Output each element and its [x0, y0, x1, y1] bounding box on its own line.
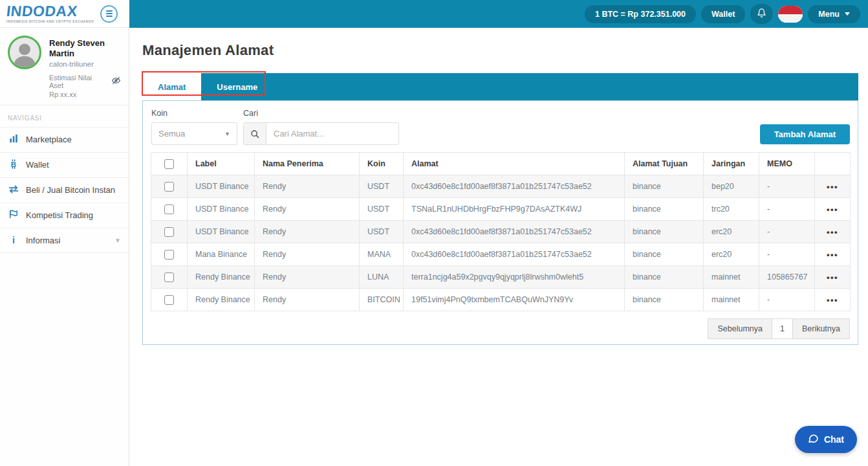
row-actions-button[interactable]: •••	[827, 250, 838, 260]
cell-label: USDT Binance	[188, 198, 255, 221]
chevron-down-icon: ▼	[114, 237, 121, 244]
col-alamat-tujuan: Alamat Tujuan	[625, 153, 704, 175]
tab-alamat[interactable]: Alamat	[142, 73, 201, 100]
pagination-next-button[interactable]: Berikutnya	[793, 318, 850, 339]
cell-label: USDT Binance	[188, 175, 255, 198]
row-checkbox[interactable]	[164, 250, 174, 260]
row-actions-button[interactable]: •••	[827, 227, 838, 237]
cell-alamat: 0xc43d60e8c1fd00aef8f3871a01b251747c53ae…	[404, 175, 625, 198]
cari-filter-label: Cari	[243, 109, 399, 118]
row-checkbox[interactable]	[164, 205, 174, 214]
chat-bubble-icon	[808, 433, 819, 446]
sidebar-item-kompetisi-trading[interactable]: Kompetisi Trading	[0, 203, 129, 228]
cell-jaringan: trc20	[704, 198, 759, 221]
cell-alamat-tujuan: binance	[625, 175, 704, 198]
cell-label: Mana Binance	[188, 243, 255, 266]
row-checkbox[interactable]	[164, 227, 174, 237]
chevron-down-icon	[845, 12, 850, 16]
cell-label: Rendy Binance	[188, 289, 255, 311]
address-table-body: USDT Binance Rendy USDT 0xc43d60e8c1fd00…	[151, 175, 851, 311]
cell-jaringan: erc20	[704, 221, 759, 243]
sidebar-item-label: Informasi	[26, 236, 108, 245]
bitcoin-icon: B	[8, 159, 19, 171]
select-all-checkbox[interactable]	[164, 159, 174, 169]
cell-memo: -	[759, 289, 815, 311]
row-checkbox[interactable]	[164, 182, 174, 192]
search-icon	[244, 123, 266, 144]
sidebar: Rendy Steven Martin calon-triliuner Esti…	[0, 28, 129, 466]
user-profile-card: Rendy Steven Martin calon-triliuner Esti…	[0, 28, 129, 105]
sidebar-item-marketplace[interactable]: Marketplace	[0, 127, 129, 152]
pagination: Sebelumnya 1 Berikutnya	[151, 318, 850, 339]
flag-red-stripe	[778, 6, 803, 14]
notifications-button[interactable]	[750, 4, 773, 24]
logo-tagline: INDONESIA BITCOIN AND CRYPTO EXCHANGE	[6, 20, 94, 23]
flag-white-stripe	[778, 14, 803, 23]
indodax-logo[interactable]: INDODAX INDONESIA BITCOIN AND CRYPTO EXC…	[6, 4, 94, 23]
col-memo: MEMO	[759, 153, 815, 175]
cell-label: Rendy Binance	[188, 266, 255, 289]
cell-koin: USDT	[360, 198, 404, 221]
col-jaringan: Jaringan	[704, 153, 759, 175]
pagination-page-1[interactable]: 1	[772, 318, 793, 339]
avatar	[8, 36, 41, 69]
sidebar-item-wallet[interactable]: B Wallet	[0, 152, 129, 177]
cell-memo: -	[759, 198, 815, 221]
hamburger-icon	[106, 10, 113, 12]
cell-jaringan: erc20	[704, 243, 759, 266]
table-row: USDT Binance Rendy USDT TSNaLR1nUHDbHrgF…	[151, 198, 851, 221]
cell-jaringan: mainnet	[704, 289, 759, 311]
flag-icon	[8, 210, 19, 221]
col-alamat: Alamat	[404, 153, 625, 175]
tab-username[interactable]: Username	[201, 73, 273, 100]
cell-alamat: 19f51vimj4PnQ9txmbemTCABQuWnJYN9Yv	[404, 289, 625, 311]
cell-alamat-tujuan: binance	[625, 243, 704, 266]
cell-nama-penerima: Rendy	[255, 243, 360, 266]
add-address-button[interactable]: Tambah Alamat	[760, 124, 850, 144]
cell-koin: USDT	[360, 175, 404, 198]
asset-estimate-label: Estimasi Nilai Aset	[49, 74, 107, 89]
chart-icon	[8, 134, 19, 145]
cell-alamat: terra1ncjg4a59x2pgvqy9qjyqprlj8lrwshm0wl…	[404, 266, 625, 289]
table-row: Rendy Binance Rendy BITCOIN 19f51vimj4Pn…	[151, 289, 851, 311]
search-input[interactable]	[266, 123, 398, 144]
language-flag-indonesia[interactable]	[778, 6, 803, 23]
wallet-button[interactable]: Wallet	[701, 5, 745, 23]
cell-memo: 105865767	[759, 266, 815, 289]
cell-koin: MANA	[360, 243, 404, 266]
svg-text:B: B	[11, 159, 16, 168]
eye-slash-icon[interactable]	[111, 76, 121, 86]
sidebar-toggle-button[interactable]	[100, 5, 118, 23]
cell-alamat-tujuan: binance	[625, 289, 704, 311]
menu-dropdown-button[interactable]: Menu	[808, 5, 860, 23]
cell-koin: LUNA	[360, 266, 404, 289]
sidebar-item-label: Marketplace	[26, 135, 121, 144]
koin-select[interactable]: Semua ▼	[151, 122, 237, 145]
cell-jaringan: mainnet	[704, 266, 759, 289]
row-actions-button[interactable]: •••	[827, 182, 838, 192]
pagination-prev-button[interactable]: Sebelumnya	[708, 318, 772, 339]
sidebar-item-label: Wallet	[26, 160, 121, 170]
cell-jaringan: bep20	[704, 175, 759, 198]
user-handle: calon-triliuner	[49, 60, 121, 68]
col-label: Label	[188, 153, 255, 175]
row-actions-button[interactable]: •••	[827, 205, 838, 214]
row-checkbox[interactable]	[164, 295, 174, 305]
sidebar-item-informasi[interactable]: i Informasi ▼	[0, 228, 129, 253]
row-actions-button[interactable]: •••	[827, 272, 838, 282]
sidebar-item-label: Beli / Jual Bitcoin Instan	[26, 185, 121, 195]
user-name: Rendy Steven Martin	[49, 38, 117, 60]
chat-button[interactable]: Chat	[795, 426, 857, 453]
btc-price-ticker[interactable]: 1 BTC = Rp 372.351.000	[585, 5, 696, 23]
logo-box: INDODAX INDONESIA BITCOIN AND CRYPTO EXC…	[0, 0, 129, 28]
main-content: Manajemen Alamat Alamat Username Koin Se…	[130, 28, 868, 466]
row-checkbox[interactable]	[164, 272, 174, 282]
info-icon: i	[8, 235, 19, 245]
bell-icon	[757, 8, 766, 20]
address-panel: Koin Semua ▼ Cari Tambah Alamat	[142, 100, 858, 345]
top-bar: 1 BTC = Rp 372.351.000 Wallet Menu	[0, 0, 868, 28]
sidebar-item-beli-jual-instan[interactable]: Beli / Jual Bitcoin Instan	[0, 177, 129, 203]
cell-koin: BITCOIN	[360, 289, 404, 311]
row-actions-button[interactable]: •••	[827, 295, 838, 305]
cell-alamat-tujuan: binance	[625, 266, 704, 289]
